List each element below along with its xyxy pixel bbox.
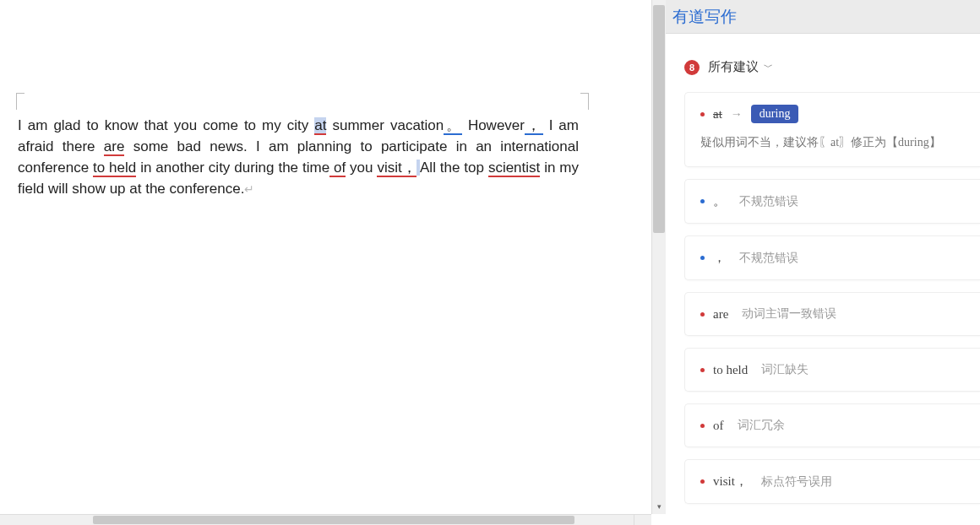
error-scientist[interactable]: scientist xyxy=(488,160,540,177)
error-of[interactable]: of xyxy=(329,160,346,177)
suggestion-card-visit[interactable]: visit， 标点符号误用 xyxy=(684,459,980,504)
suggestion-card-period[interactable]: 。 不规范错误 xyxy=(684,179,980,224)
card-description: 疑似用词不当，建议将〖at〗修正为【during】 xyxy=(700,133,970,151)
card-row: at → during xyxy=(700,105,970,123)
document-text[interactable]: I am glad to know that you come to my ci… xyxy=(18,115,579,200)
card-row: visit， 标点符号误用 xyxy=(700,474,970,490)
suggestion-card-toheld[interactable]: to held 词汇缺失 xyxy=(684,348,980,392)
text-segment[interactable]: All the top xyxy=(420,160,488,176)
suggestions-sidebar: 有道写作 8 所有建议 ﹀ at → during 疑似用词不当，建议将〖at〗… xyxy=(666,0,980,525)
error-type-label: 词汇冗余 xyxy=(738,418,785,433)
card-row: 。 不规范错误 xyxy=(700,193,970,209)
suggestion-card-are[interactable]: are 动词主谓一致错误 xyxy=(684,292,980,336)
original-word: of xyxy=(713,419,724,433)
error-visit[interactable]: visit， xyxy=(377,160,416,177)
error-are[interactable]: are xyxy=(104,138,125,156)
suggestion-card-of[interactable]: of 词汇冗余 xyxy=(684,403,980,447)
severity-dot-icon xyxy=(700,112,705,116)
original-word: at xyxy=(713,107,722,122)
editor-panel: I am glad to know that you come to my ci… xyxy=(0,0,666,525)
error-at[interactable]: at xyxy=(314,117,326,135)
card-row: are 动词主谓一致错误 xyxy=(700,306,970,322)
severity-dot-icon xyxy=(700,368,705,372)
severity-dot-icon xyxy=(700,312,705,317)
sidebar-header: 有道写作 xyxy=(666,0,980,34)
text-segment[interactable]: in another city during the time xyxy=(136,160,329,176)
original-word: ， xyxy=(713,250,726,266)
suggestion-card-comma[interactable]: ， 不规范错误 xyxy=(684,235,980,280)
main-container: I am glad to know that you come to my ci… xyxy=(0,0,980,525)
text-segment[interactable] xyxy=(462,117,468,133)
page-margin-left xyxy=(16,93,24,110)
text-segment[interactable]: summer vacation xyxy=(326,117,444,133)
app-title: 有道写作 xyxy=(672,6,737,28)
error-type-label: 不规范错误 xyxy=(739,251,798,266)
severity-dot-icon xyxy=(700,199,705,203)
suggestion-card-at[interactable]: at → during 疑似用词不当，建议将〖at〗修正为【during】 xyxy=(684,92,980,167)
document-area[interactable]: I am glad to know that you come to my ci… xyxy=(0,5,651,514)
error-to-held[interactable]: to held xyxy=(93,160,136,177)
suggestions-summary[interactable]: 8 所有建议 ﹀ xyxy=(666,34,980,92)
error-comma-cn[interactable]: ， xyxy=(525,117,543,135)
scroll-corner xyxy=(634,514,651,525)
all-suggestions-label: 所有建议 xyxy=(708,59,759,75)
card-row: of 词汇冗余 xyxy=(700,418,970,433)
scrollbar-thumb[interactable] xyxy=(653,5,665,233)
text-segment[interactable]: I am glad to know that you come to my ci… xyxy=(18,117,314,133)
error-type-label: 词汇缺失 xyxy=(761,362,808,377)
original-word: 。 xyxy=(713,193,726,209)
text-segment[interactable]: However xyxy=(468,117,525,133)
original-word: visit， xyxy=(713,474,748,490)
text-segment[interactable]: you xyxy=(346,160,377,176)
replacement-badge[interactable]: during xyxy=(751,105,799,123)
vertical-scrollbar[interactable]: ▾ xyxy=(651,0,666,514)
error-type-label: 标点符号误用 xyxy=(761,474,832,490)
original-word: are xyxy=(713,307,728,322)
paragraph-mark-icon: ↵ xyxy=(244,182,254,196)
page-margin-right xyxy=(580,93,589,110)
severity-dot-icon xyxy=(700,479,705,484)
original-word: to held xyxy=(713,363,748,377)
suggestion-list: at → during 疑似用词不当，建议将〖at〗修正为【during】 。 … xyxy=(666,92,980,504)
scrollbar-thumb-h[interactable] xyxy=(93,516,574,524)
text-segment[interactable] xyxy=(543,117,549,133)
error-period-cn[interactable]: 。 xyxy=(444,117,462,135)
suggestion-count-badge: 8 xyxy=(684,60,700,75)
card-row: to held 词汇缺失 xyxy=(700,362,970,377)
error-type-label: 不规范错误 xyxy=(739,194,798,209)
scroll-down-icon[interactable]: ▾ xyxy=(653,501,666,513)
severity-dot-icon xyxy=(700,424,705,428)
card-row: ， 不规范错误 xyxy=(700,250,970,266)
error-type-label: 动词主谓一致错误 xyxy=(742,306,836,322)
chevron-down-icon[interactable]: ﹀ xyxy=(764,61,773,73)
severity-dot-icon xyxy=(700,256,705,260)
arrow-right-icon: → xyxy=(731,107,743,121)
horizontal-scrollbar[interactable] xyxy=(0,514,651,525)
